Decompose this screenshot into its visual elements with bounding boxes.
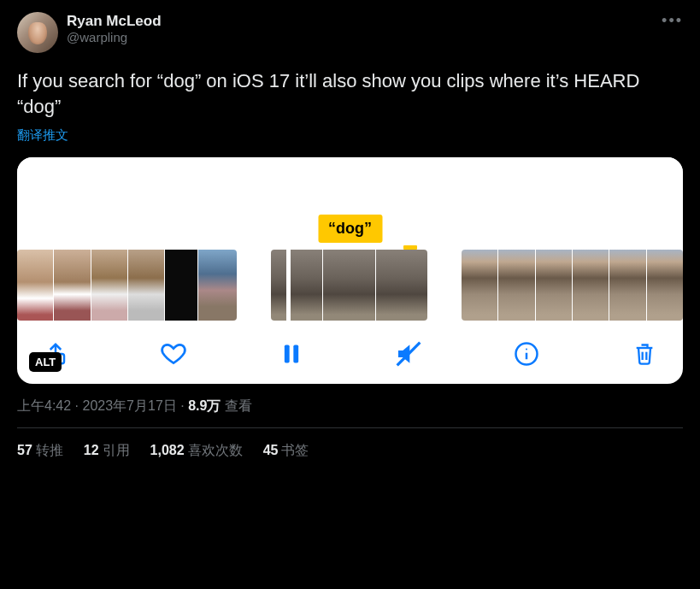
retweets-stat[interactable]: 57转推: [17, 442, 63, 460]
media-card[interactable]: “dog”: [17, 157, 683, 384]
handle: @warpling: [67, 30, 162, 46]
media-controls: [17, 331, 683, 372]
clip-frame: [198, 250, 237, 321]
media-top-area: “dog”: [17, 157, 683, 250]
playhead[interactable]: [286, 250, 291, 321]
avatar[interactable]: [17, 12, 58, 53]
author-names[interactable]: Ryan McLeod @warpling: [67, 12, 162, 46]
views-label: 查看: [221, 398, 251, 413]
clip-frame: [323, 250, 374, 321]
heart-icon[interactable]: [159, 339, 188, 368]
clip-group[interactable]: [462, 250, 683, 321]
mute-icon[interactable]: [394, 339, 423, 368]
clip-frame: [498, 250, 534, 321]
clip-frame: [573, 250, 609, 321]
likes-stat[interactable]: 1,082喜欢次数: [150, 442, 243, 460]
tweet-time[interactable]: 上午4:42: [17, 398, 71, 413]
clip-group[interactable]: [271, 250, 427, 321]
svg-rect-1: [284, 345, 289, 363]
tweet-text: If you search for “dog” on iOS 17 it’ll …: [17, 68, 683, 119]
tweet: Ryan McLeod @warpling ••• If you search …: [0, 0, 700, 460]
bookmarks-stat[interactable]: 45书签: [263, 442, 309, 460]
tweet-meta: 上午4:42 · 2023年7月17日 · 8.9万 查看: [17, 398, 683, 415]
clip-frame: [647, 250, 683, 321]
clip-frame: [536, 250, 572, 321]
alt-badge[interactable]: ALT: [29, 352, 62, 372]
clip-frame: [271, 250, 322, 321]
clip-frame: [609, 250, 645, 321]
clip-frame: [17, 250, 53, 321]
search-term-pill: “dog”: [318, 215, 382, 243]
video-timeline[interactable]: [17, 250, 683, 331]
pause-icon[interactable]: [277, 339, 306, 368]
clip-frame: [91, 250, 127, 321]
svg-point-6: [526, 349, 527, 350]
clip-frame: [462, 250, 497, 321]
clip-frame: [128, 250, 164, 321]
tweet-header: Ryan McLeod @warpling •••: [17, 12, 683, 53]
clip-group[interactable]: [17, 250, 237, 321]
clip-frame: [376, 250, 427, 321]
views-count: 8.9万: [188, 398, 221, 413]
quotes-stat[interactable]: 12引用: [84, 442, 130, 460]
translate-link[interactable]: 翻译推文: [17, 127, 68, 144]
display-name: Ryan McLeod: [67, 12, 162, 30]
clip-frame: [54, 250, 90, 321]
more-icon[interactable]: •••: [662, 12, 683, 30]
tweet-date[interactable]: 2023年7月17日: [82, 398, 176, 413]
clip-frame: [165, 250, 197, 321]
trash-icon[interactable]: [630, 339, 659, 368]
stats-row: 57转推 12引用 1,082喜欢次数 45书签: [17, 428, 683, 460]
svg-rect-2: [293, 345, 298, 363]
info-icon[interactable]: [512, 339, 541, 368]
